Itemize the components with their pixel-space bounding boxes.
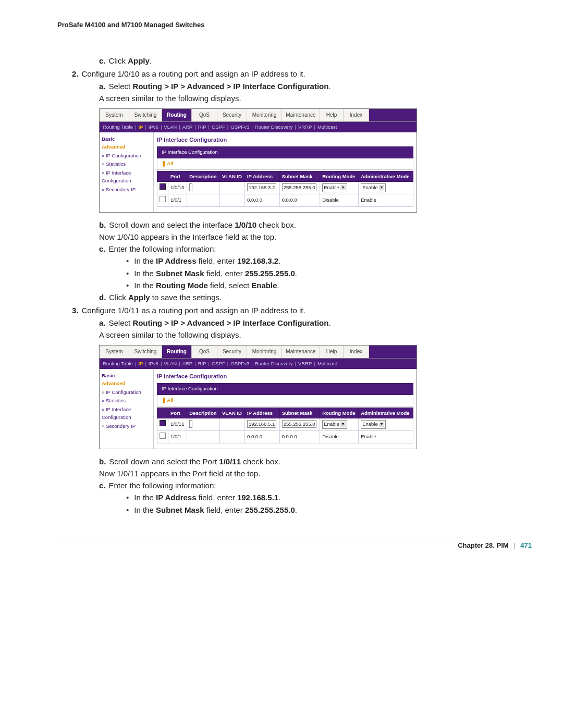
sidebar-item-selected[interactable]: » IP Interface Configuration xyxy=(102,169,151,184)
sidebar-advanced[interactable]: Advanced xyxy=(102,143,151,151)
sidebar-item[interactable]: » IP Configuration xyxy=(102,152,151,160)
subnav-item[interactable]: Multicast xyxy=(317,124,337,131)
num-2: 2. xyxy=(72,69,79,78)
checkbox-unchecked-icon[interactable] xyxy=(160,433,166,439)
config-table: Port Description VLAN ID IP Address Subn… xyxy=(157,408,413,443)
doc-header: ProSafe M4100 and M7100 Managed Switches xyxy=(57,21,532,29)
step-2a-note: A screen similar to the following displa… xyxy=(99,92,532,104)
subnav-item[interactable]: Routing Table xyxy=(103,360,133,368)
step-3c: c.Enter the following information: xyxy=(99,479,532,491)
col-desc: Description xyxy=(187,171,220,181)
sidebar-basic[interactable]: Basic xyxy=(102,372,151,380)
chevron-down-icon: ▾ xyxy=(340,422,346,427)
subnav-item[interactable]: RIP xyxy=(198,360,206,368)
step-2a: a.Select Routing > IP > Advanced > IP In… xyxy=(99,80,532,92)
tab-monitoring[interactable]: Monitoring xyxy=(247,346,282,358)
subnav-item[interactable]: OSPF xyxy=(212,360,225,368)
tab-routing[interactable]: Routing xyxy=(162,346,192,358)
all-filter[interactable]: ❚ All xyxy=(157,395,413,406)
tab-switching[interactable]: Switching xyxy=(129,109,162,121)
col-ip: IP Address xyxy=(244,171,279,181)
tab-security[interactable]: Security xyxy=(217,346,247,358)
table-row: 1/0/11 192.168.5.1 255.255.255.0 Enable▾… xyxy=(157,418,413,431)
all-filter[interactable]: ❚ All xyxy=(157,158,413,170)
mask-input[interactable]: 255.255.255.0 xyxy=(282,420,317,428)
tab-security[interactable]: Security xyxy=(217,109,247,121)
ip-input[interactable]: 192.168.3.2 xyxy=(247,183,276,191)
subnav-item[interactable]: Routing Table xyxy=(103,124,133,131)
checkbox-checked-icon[interactable] xyxy=(160,420,166,426)
sidebar-item-selected[interactable]: » IP Interface Configuration xyxy=(102,406,151,421)
config-table: Port Description VLAN ID IP Address Subn… xyxy=(157,171,413,207)
tab-system[interactable]: System xyxy=(100,346,129,358)
ip-input[interactable]: 192.168.5.1 xyxy=(247,420,276,428)
subnav-item[interactable]: ARP xyxy=(182,124,193,131)
bullet-item: •In the Routing Mode field, select Enabl… xyxy=(126,279,532,291)
tab-routing[interactable]: Routing xyxy=(162,109,192,121)
tab-monitoring[interactable]: Monitoring xyxy=(247,109,282,121)
desc-input[interactable] xyxy=(189,183,192,191)
desc-input[interactable] xyxy=(189,420,192,428)
subnav-item[interactable]: VRRP xyxy=(298,360,312,368)
subnav-item[interactable]: IPv6 xyxy=(149,124,158,131)
subnav-item[interactable]: VLAN xyxy=(164,124,177,131)
tab-help[interactable]: Help xyxy=(320,109,344,121)
checkbox-checked-icon[interactable] xyxy=(160,183,166,190)
doc-content: c.Click Apply. 2.Configure 1/0/10 as a r… xyxy=(85,55,532,516)
tab-help[interactable]: Help xyxy=(320,346,344,358)
tab-index[interactable]: Index xyxy=(344,109,369,121)
subnav-item[interactable]: IP xyxy=(138,124,143,131)
subnav-item[interactable]: Router Discovery xyxy=(255,360,293,368)
panel-title: IP Interface Configuration xyxy=(157,372,413,381)
subnav-item[interactable]: VRRP xyxy=(298,124,312,131)
subnav-item[interactable]: OSPFv3 xyxy=(230,360,249,368)
step-2: 2.Configure 1/0/10 as a routing port and… xyxy=(72,68,532,80)
col-port: Port xyxy=(168,171,187,181)
sidebar-item[interactable]: » Secondary IP xyxy=(102,423,151,430)
admin-mode-select[interactable]: Enable▾ xyxy=(361,183,386,192)
subnav-item[interactable]: OSPFv3 xyxy=(230,124,249,131)
tab-maintenance[interactable]: Maintenance xyxy=(282,109,320,121)
sidebar-item[interactable]: » Secondary IP xyxy=(102,186,151,194)
cell-port: 1/0/10 xyxy=(168,182,187,194)
subnav-item[interactable]: VLAN xyxy=(164,360,177,368)
step-2b: b.Scroll down and select the interface 1… xyxy=(99,219,532,231)
sidebar-item[interactable]: » IP Configuration xyxy=(102,389,151,397)
footer-chapter: Chapter 28. PIM xyxy=(458,541,509,549)
checkbox-unchecked-icon[interactable] xyxy=(160,196,166,202)
bullet-item: •In the Subnet Mask field, enter 255.255… xyxy=(126,504,532,516)
chevron-down-icon: ▾ xyxy=(340,185,346,190)
tab-end-strip xyxy=(369,109,417,121)
chevron-down-icon: ▾ xyxy=(379,422,384,427)
subnav-item[interactable]: OSPF xyxy=(212,124,225,131)
sidebar-item[interactable]: » Statistics xyxy=(102,161,151,168)
subnav-item[interactable]: ARP xyxy=(182,360,193,368)
sidebar-advanced[interactable]: Advanced xyxy=(102,380,151,388)
tab-qos[interactable]: QoS xyxy=(192,109,217,121)
tab-system[interactable]: System xyxy=(100,109,129,121)
subnav-item[interactable]: Multicast xyxy=(317,360,337,368)
sidebar-basic[interactable]: Basic xyxy=(102,135,151,143)
table-row: 1/0/10 192.168.3.2 255.255.255.0 Enable▾… xyxy=(157,182,413,194)
step-3b-note: Now 1/0/11 appears in the Port field at … xyxy=(99,467,532,479)
panel-sub-bar: IP Interface Configuration xyxy=(157,146,413,158)
subnav: Routing Table| IP| IPv6| VLAN| ARP| RIP|… xyxy=(100,122,417,133)
step-3a: a.Select Routing > IP > Advanced > IP In… xyxy=(99,317,532,329)
admin-mode-select[interactable]: Enable▾ xyxy=(361,420,386,429)
tab-index[interactable]: Index xyxy=(344,346,369,358)
step-3a-note: A screen similar to the following displa… xyxy=(99,329,532,341)
routing-mode-select[interactable]: Enable▾ xyxy=(322,183,347,192)
sidebar-item[interactable]: » Statistics xyxy=(102,397,151,405)
subnav-item[interactable]: IP xyxy=(138,360,143,368)
subnav-item[interactable]: IPv6 xyxy=(149,360,158,368)
subnav-item[interactable]: Router Discovery xyxy=(255,124,293,131)
tab-maintenance[interactable]: Maintenance xyxy=(282,346,320,358)
subnav-item[interactable]: RIP xyxy=(198,124,206,131)
tab-switching[interactable]: Switching xyxy=(129,346,162,358)
routing-mode-select[interactable]: Enable▾ xyxy=(322,420,347,429)
mask-input[interactable]: 255.255.255.0 xyxy=(282,183,317,191)
step-2c: c.Enter the following information: xyxy=(99,243,532,255)
step-1c: c.Click Apply. xyxy=(99,55,532,67)
tab-qos[interactable]: QoS xyxy=(192,346,217,358)
step-3: 3.Configure 1/0/11 as a routing port and… xyxy=(72,304,532,316)
